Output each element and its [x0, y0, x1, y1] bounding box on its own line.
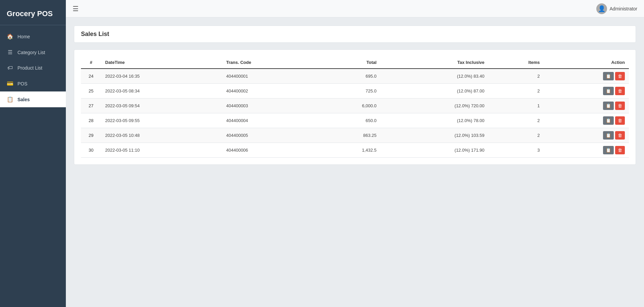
col-tax: Tax Inclusive: [381, 56, 488, 69]
delete-button[interactable]: 🗑: [615, 72, 625, 80]
cell-tax: (12.0%) 103.59: [381, 128, 488, 143]
sidebar-label-category-list: Category List: [17, 50, 45, 55]
view-button[interactable]: 📋: [603, 131, 614, 140]
cell-datetime: 2022-03-05 09:54: [101, 99, 222, 113]
sidebar-label-home: Home: [17, 34, 30, 39]
sidebar-item-home[interactable]: 🏠Home: [0, 29, 66, 44]
cell-transcode: 404400006: [222, 143, 316, 158]
cell-action: 📋🗑: [544, 143, 629, 158]
cell-transcode: 404400003: [222, 99, 316, 113]
product-list-icon: 🏷: [7, 65, 13, 71]
col-transcode: Trans. Code: [222, 56, 316, 69]
table-header: # DateTime Trans. Code Total Tax Inclusi…: [81, 56, 629, 69]
cell-tax: (12.0%) 171.90: [381, 143, 488, 158]
app-title: Grocery POS: [0, 0, 66, 25]
col-id: #: [81, 56, 101, 69]
cell-datetime: 2022-03-05 11:10: [101, 143, 222, 158]
cell-total: 6,000.0: [316, 99, 381, 113]
col-total: Total: [316, 56, 381, 69]
hamburger-icon[interactable]: ☰: [73, 5, 79, 13]
sidebar-label-pos: POS: [17, 81, 28, 86]
cell-action: 📋🗑: [544, 69, 629, 84]
cell-items: 2: [488, 113, 544, 128]
cell-total: 695.0: [316, 69, 381, 84]
cell-transcode: 404400004: [222, 113, 316, 128]
cell-datetime: 2022-03-04 16:35: [101, 69, 222, 84]
category-list-icon: ☰: [7, 49, 13, 55]
cell-transcode: 404400001: [222, 69, 316, 84]
topbar: ☰ 👤 Administrator: [66, 0, 644, 17]
cell-action: 📋🗑: [544, 99, 629, 113]
table-row: 292022-03-05 10:48404400005863.25(12.0%)…: [81, 128, 629, 143]
home-icon: 🏠: [7, 33, 13, 40]
sidebar-item-category-list[interactable]: ☰Category List: [0, 44, 66, 60]
view-button[interactable]: 📋: [603, 72, 614, 80]
cell-total: 650.0: [316, 113, 381, 128]
cell-items: 2: [488, 69, 544, 84]
cell-transcode: 404400002: [222, 84, 316, 99]
table-card: # DateTime Trans. Code Total Tax Inclusi…: [74, 49, 636, 165]
username-label: Administrator: [610, 6, 637, 11]
delete-button[interactable]: 🗑: [615, 146, 625, 154]
pos-icon: 💳: [7, 80, 13, 87]
cell-total: 863.25: [316, 128, 381, 143]
page-title: Sales List: [81, 31, 109, 37]
cell-id: 29: [81, 128, 101, 143]
cell-id: 25: [81, 84, 101, 99]
cell-action: 📋🗑: [544, 113, 629, 128]
cell-items: 2: [488, 84, 544, 99]
cell-datetime: 2022-03-05 10:48: [101, 128, 222, 143]
delete-button[interactable]: 🗑: [615, 131, 625, 140]
cell-id: 27: [81, 99, 101, 113]
view-button[interactable]: 📋: [603, 146, 614, 154]
page-title-card: Sales List: [74, 26, 636, 43]
main-content: Sales List # DateTime Trans. Code Total …: [66, 17, 644, 307]
cell-items: 1: [488, 99, 544, 113]
sidebar-item-sales[interactable]: 📋Sales: [0, 91, 66, 107]
cell-id: 30: [81, 143, 101, 158]
table-body: 242022-03-04 16:35404400001695.0(12.0%) …: [81, 69, 629, 158]
col-datetime: DateTime: [101, 56, 222, 69]
delete-button[interactable]: 🗑: [615, 102, 625, 110]
delete-button[interactable]: 🗑: [615, 87, 625, 95]
cell-items: 3: [488, 143, 544, 158]
cell-transcode: 404400005: [222, 128, 316, 143]
sales-table: # DateTime Trans. Code Total Tax Inclusi…: [81, 56, 629, 158]
col-items: Items: [488, 56, 544, 69]
table-row: 252022-03-05 08:34404400002725.0(12.0%) …: [81, 84, 629, 99]
table-row: 282022-03-05 09:55404400004650.0(12.0%) …: [81, 113, 629, 128]
sidebar-label-product-list: Product List: [17, 65, 42, 71]
cell-total: 725.0: [316, 84, 381, 99]
sidebar-label-sales: Sales: [17, 97, 30, 102]
sidebar-item-pos[interactable]: 💳POS: [0, 76, 66, 91]
cell-action: 📋🗑: [544, 128, 629, 143]
cell-items: 2: [488, 128, 544, 143]
col-action: Action: [544, 56, 629, 69]
delete-button[interactable]: 🗑: [615, 116, 625, 125]
cell-id: 28: [81, 113, 101, 128]
cell-datetime: 2022-03-05 09:55: [101, 113, 222, 128]
user-area: 👤 Administrator: [596, 3, 637, 14]
cell-total: 1,432.5: [316, 143, 381, 158]
cell-tax: (12.0%) 83.40: [381, 69, 488, 84]
table-row: 242022-03-04 16:35404400001695.0(12.0%) …: [81, 69, 629, 84]
header-row: # DateTime Trans. Code Total Tax Inclusi…: [81, 56, 629, 69]
table-row: 302022-03-05 11:104044000061,432.5(12.0%…: [81, 143, 629, 158]
sales-icon: 📋: [7, 96, 13, 103]
table-row: 272022-03-05 09:544044000036,000.0(12.0%…: [81, 99, 629, 113]
cell-tax: (12.0%) 87.00: [381, 84, 488, 99]
sidebar: Grocery POS 🏠Home☰Category List🏷Product …: [0, 0, 66, 307]
avatar: 👤: [596, 3, 607, 14]
view-button[interactable]: 📋: [603, 102, 614, 110]
view-button[interactable]: 📋: [603, 116, 614, 125]
view-button[interactable]: 📋: [603, 87, 614, 95]
cell-tax: (12.0%) 720.00: [381, 99, 488, 113]
cell-action: 📋🗑: [544, 84, 629, 99]
sidebar-item-product-list[interactable]: 🏷Product List: [0, 60, 66, 76]
cell-id: 24: [81, 69, 101, 84]
nav-menu: 🏠Home☰Category List🏷Product List💳POS📋Sal…: [0, 29, 66, 107]
cell-datetime: 2022-03-05 08:34: [101, 84, 222, 99]
cell-tax: (12.0%) 78.00: [381, 113, 488, 128]
